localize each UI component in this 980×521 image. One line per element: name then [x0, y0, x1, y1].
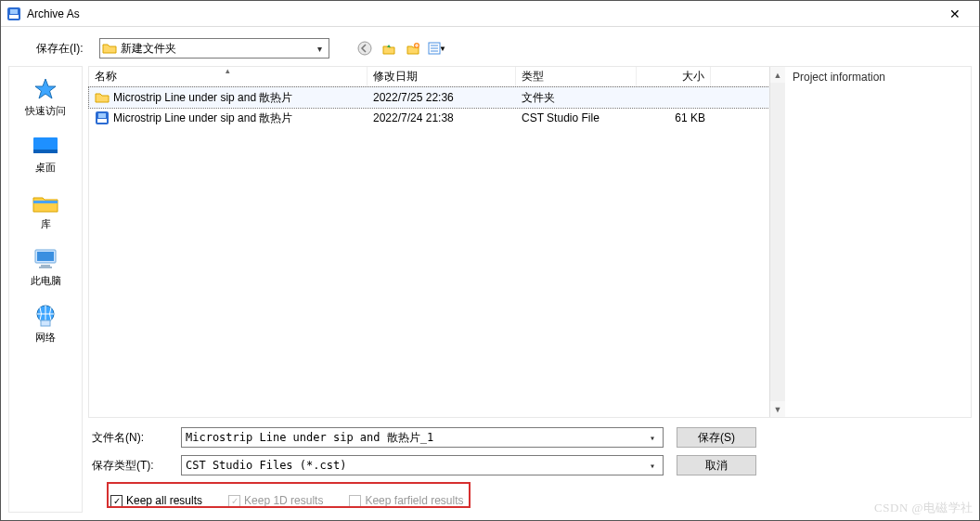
bottom-fields: 文件名(N): Microstrip Line under sip and 散热… — [88, 427, 972, 475]
window-title: Archive As — [27, 7, 936, 20]
cst-file-icon — [95, 111, 110, 125]
project-info-title: Project information — [793, 71, 963, 84]
app-icon — [6, 7, 21, 21]
svg-rect-17 — [41, 320, 50, 326]
keep-farfield-results-checkbox: Keep farfield results — [349, 494, 463, 507]
filename-combo[interactable]: Microstrip Line under sip and 散热片_1 ▾ — [181, 427, 664, 448]
new-folder-button[interactable] — [404, 39, 422, 58]
place-label: 快速访问 — [25, 104, 66, 118]
chevron-down-icon: ▾ — [646, 461, 659, 471]
titlebar: Archive As ✕ — [1, 1, 979, 27]
svg-point-3 — [358, 42, 371, 55]
this-pc-icon — [30, 246, 61, 272]
project-info-panel: Project information — [785, 67, 971, 417]
scroll-up-arrow[interactable]: ▲ — [770, 67, 785, 83]
view-menu-button[interactable]: ▼ — [428, 39, 446, 58]
checkbox-icon — [349, 495, 361, 507]
col-size[interactable]: 大小 — [637, 67, 711, 86]
back-button[interactable] — [355, 39, 374, 58]
file-type: 文件夹 — [516, 90, 637, 106]
network-icon — [30, 303, 61, 329]
checkbox-icon: ✓ — [228, 495, 240, 507]
col-name[interactable]: ▴名称 — [89, 67, 368, 86]
file-date: 2022/7/24 21:38 — [368, 111, 516, 124]
file-list[interactable]: ▴名称 修改日期 类型 大小 Microstrip Line under sip… — [89, 67, 769, 417]
svg-rect-13 — [37, 252, 54, 261]
filename-value: Microstrip Line under sip and 散热片_1 — [186, 430, 433, 446]
dialog-body: 保存在(I): 新建文件夹 ▾ ▼ — [1, 27, 979, 520]
places-bar: 快速访问 桌面 库 此电脑 网络 — [8, 66, 83, 513]
file-type: CST Studio File — [516, 111, 637, 124]
file-name: Microstrip Line under sip and 散热片 — [113, 111, 292, 126]
folder-icon — [95, 90, 110, 105]
up-one-level-button[interactable] — [380, 39, 398, 58]
col-type[interactable]: 类型 — [516, 67, 637, 86]
keep-all-results-checkbox[interactable]: ✓ Keep all results — [110, 494, 202, 507]
place-label: 网络 — [35, 331, 56, 345]
svg-rect-11 — [33, 201, 58, 203]
place-label: 库 — [41, 217, 51, 231]
vertical-scrollbar[interactable]: ▲ ▼ — [769, 67, 785, 417]
file-list-header[interactable]: ▴名称 修改日期 类型 大小 — [89, 67, 769, 87]
cancel-button[interactable]: 取消 — [677, 455, 756, 475]
file-list-wrap: ▴名称 修改日期 类型 大小 Microstrip Line under sip… — [88, 66, 972, 418]
location-row: 保存在(I): 新建文件夹 ▾ ▼ — [8, 34, 972, 66]
chevron-down-icon: ▼ — [439, 45, 446, 53]
save-in-value: 新建文件夹 — [121, 41, 312, 57]
svg-rect-19 — [97, 119, 107, 123]
keep-1d-results-checkbox: ✓ Keep 1D results — [228, 494, 323, 507]
file-date: 2022/7/25 22:36 — [368, 91, 516, 104]
folder-icon — [102, 41, 117, 56]
file-row[interactable]: Microstrip Line under sip and 散热片2022/7/… — [89, 108, 769, 128]
sort-asc-icon: ▴ — [226, 66, 230, 75]
place-label: 桌面 — [35, 161, 56, 175]
place-label: 此电脑 — [31, 274, 61, 288]
file-area: ▴名称 修改日期 类型 大小 Microstrip Line under sip… — [88, 66, 972, 513]
filetype-combo[interactable]: CST Studio Files (*.cst) ▾ — [181, 455, 664, 475]
filetype-label: 保存类型(T): — [92, 458, 168, 474]
col-date[interactable]: 修改日期 — [368, 67, 516, 86]
filetype-value: CST Studio Files (*.cst) — [186, 459, 346, 472]
place-libraries[interactable]: 库 — [13, 186, 78, 235]
archive-as-dialog: Archive As ✕ 保存在(I): 新建文件夹 ▾ — [0, 0, 980, 521]
desktop-icon — [30, 133, 61, 159]
svg-rect-14 — [41, 265, 50, 267]
place-desktop[interactable]: 桌面 — [13, 129, 78, 178]
main-row: 快速访问 桌面 库 此电脑 网络 — [8, 66, 972, 513]
libraries-icon — [30, 189, 61, 215]
file-name: Microstrip Line under sip and 散热片 — [113, 90, 292, 106]
save-in-label: 保存在(I): — [36, 41, 92, 57]
scroll-down-arrow[interactable]: ▼ — [770, 401, 785, 417]
close-button[interactable]: ✕ — [936, 1, 974, 27]
file-row[interactable]: Microstrip Line under sip and 散热片2022/7/… — [89, 87, 769, 108]
place-this-pc[interactable]: 此电脑 — [13, 242, 78, 292]
svg-rect-2 — [10, 9, 18, 14]
svg-rect-20 — [98, 113, 106, 118]
scroll-track[interactable] — [770, 83, 785, 401]
place-network[interactable]: 网络 — [13, 299, 78, 348]
save-in-combo[interactable]: 新建文件夹 ▾ — [99, 38, 329, 59]
svg-rect-1 — [9, 15, 19, 19]
save-button[interactable]: 保存(S) — [677, 427, 756, 448]
nav-icons: ▼ — [355, 39, 446, 58]
chevron-down-icon: ▾ — [312, 44, 327, 54]
quick-access-icon — [30, 76, 61, 102]
svg-rect-10 — [33, 150, 58, 153]
chevron-down-icon: ▾ — [646, 433, 659, 443]
options-row: ✓ Keep all results ✓ Keep 1D results Kee… — [88, 488, 972, 513]
svg-rect-15 — [39, 267, 52, 268]
checkbox-icon: ✓ — [110, 495, 122, 507]
place-quick-access[interactable]: 快速访问 — [13, 72, 78, 122]
file-size: 61 KB — [637, 111, 711, 124]
filename-label: 文件名(N): — [92, 430, 168, 446]
